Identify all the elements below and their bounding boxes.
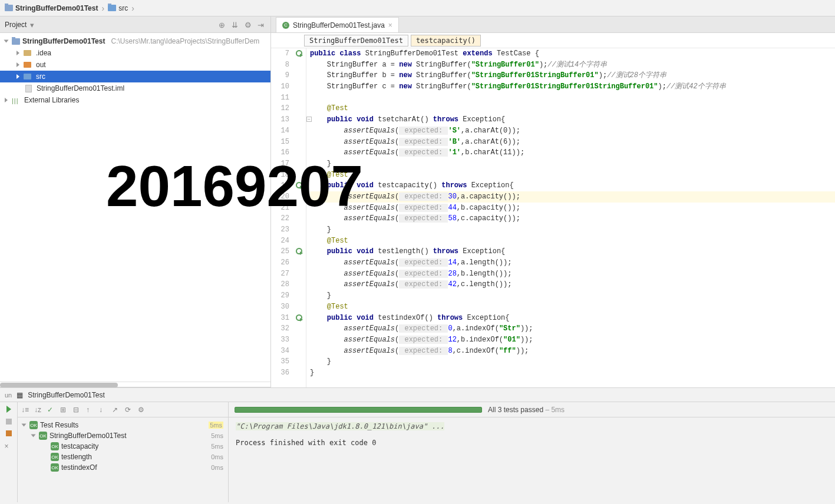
fold-icon[interactable]: − [306,117,312,122]
tree-node-src[interactable]: src [0,71,270,82]
breadcrumb-root-label: StringBufferDemo01Test [15,4,98,12]
ok-icon: OK [29,421,38,429]
expand-icon[interactable]: ⊞ [60,406,68,414]
folder-icon [24,62,31,68]
scrollbar-thumb[interactable] [0,383,118,387]
editor-tab[interactable]: C StringBufferDemo01Test.java × [276,17,399,32]
progress-text: All 3 tests passed – 5ms [488,406,565,414]
console-exit: Process finished with exit code 0 [236,439,828,447]
chevron-down-icon[interactable]: ▾ [30,21,38,29]
progress-track [235,407,482,413]
tree-root[interactable]: StringBufferDemo01Test C:\Users\Mr.tang\… [0,35,270,47]
down-icon[interactable]: ↓ [99,406,107,414]
pin-icon[interactable] [6,430,12,436]
collapse-icon[interactable]: ⇊ [232,21,240,29]
expand-icon[interactable] [31,435,36,437]
test-time: 5ms [211,443,223,450]
tree-node-external-libs[interactable]: External Libraries [0,94,270,106]
test-item[interactable]: OKtestindexOf 0ms [18,462,228,473]
test-progress-bar: All 3 tests passed – 5ms [229,402,835,417]
tree-root-name: StringBufferDemo01Test [22,37,105,45]
run-gutter-icon[interactable] [296,182,302,188]
code-area[interactable]: 7 89101112 13− 1415161718 19 2021222324 … [271,48,835,387]
breadcrumb-src[interactable]: src [108,4,128,12]
tree-node-iml[interactable]: StringBufferDemo01Test.iml [0,82,270,94]
tree-node-idea[interactable]: .idea [0,47,270,59]
test-item[interactable]: OKtestcapacity 5ms [18,441,228,452]
gear-icon[interactable]: ⚙ [245,21,253,29]
folder-icon [5,5,13,11]
run-gutter-icon[interactable] [296,248,302,254]
editor-breadcrumb: StringBufferDemo01Test testcapacity() [271,33,835,48]
expand-icon[interactable] [4,40,9,43]
expand-icon[interactable] [16,51,19,55]
run-gutter-icon[interactable] [296,50,302,57]
test-suite[interactable]: OKStringBufferDemo01Test 5ms [18,430,228,441]
editor: C StringBufferDemo01Test.java × StringBu… [271,16,835,387]
ok-icon: OK [51,453,59,461]
console-command: "C:\Program Files\Java\jdk1.8.0_121\bin\… [236,422,444,430]
code-lines[interactable]: public class StringBufferDemo01Test exte… [306,48,835,387]
tree-label: out [36,61,46,69]
filter-icon[interactable]: ↓z [34,406,42,414]
test-results-panel: ↓≡ ↓z ✓ ⊞ ⊟ ↑ ↓ ↗ ⟳ ⚙ OKTest Results 5ms… [18,402,229,502]
ok-icon: OK [51,442,59,450]
target-icon[interactable]: ⊕ [219,21,227,29]
folder-icon [24,74,31,79]
ok-icon: OK [51,463,59,472]
tree-root-path: C:\Users\Mr.tang\IdeaProjects\StringBuff… [111,37,259,45]
folder-icon [24,50,31,56]
run-tab-label[interactable]: StringBufferDemo01Test [28,391,105,399]
gear-icon[interactable]: ⚙ [138,406,146,414]
tree-label: External Libraries [24,96,79,104]
run-gutter-icon[interactable] [296,314,302,321]
folder-icon [108,5,116,11]
expand-icon[interactable] [16,62,19,67]
gutter: 7 89101112 13− 1415161718 19 2021222324 … [271,48,306,387]
up-icon[interactable]: ↑ [86,406,94,414]
tree-label: .idea [36,49,51,57]
library-icon [12,97,19,104]
breadcrumb-root[interactable]: StringBufferDemo01Test [5,4,98,12]
run-panel: un ▦ StringBufferDemo01Test × ↓≡ ↓z ✓ ⊞ … [0,387,835,502]
tab-label: StringBufferDemo01Test.java [293,21,385,29]
test-tree: OKTest Results 5ms OKStringBufferDemo01T… [18,417,228,502]
rerun-icon[interactable] [6,406,11,413]
collapse-icon[interactable]: ⊟ [73,406,81,414]
stop-icon[interactable] [6,419,12,425]
export-icon[interactable]: ↗ [112,406,120,414]
test-time: 5ms [211,432,223,439]
test-label: StringBufferDemo01Test [49,432,127,440]
close-icon[interactable]: × [388,21,392,29]
java-class-icon: C [282,22,289,29]
test-toolbar: ↓≡ ↓z ✓ ⊞ ⊟ ↑ ↓ ↗ ⟳ ⚙ [18,402,228,417]
expand-icon[interactable] [22,424,27,427]
editor-bc-class[interactable]: StringBufferDemo01Test [304,35,408,47]
chevron-right-icon: › [131,4,134,13]
hide-icon[interactable]: ⇥ [258,21,266,29]
console-output[interactable]: "C:\Program Files\Java\jdk1.8.0_121\bin\… [229,417,835,502]
file-icon [25,85,32,92]
test-root[interactable]: OKTest Results 5ms [18,420,228,430]
editor-tabs: C StringBufferDemo01Test.java × [271,16,835,33]
ok-filter-icon[interactable]: ✓ [47,406,55,414]
test-label: Test Results [40,421,78,429]
horizontal-scrollbar[interactable] [0,382,270,387]
close-icon[interactable]: × [5,442,13,450]
project-title: Project [5,21,27,29]
editor-bc-method[interactable]: testcapacity() [411,35,481,47]
test-time: 0ms [211,464,223,471]
ok-icon: OK [39,432,47,440]
console-panel: All 3 tests passed – 5ms "C:\Program Fil… [229,402,835,502]
breadcrumb-src-label: src [118,4,128,12]
tree-node-out[interactable]: out [0,59,270,71]
test-time: 5ms [209,422,223,429]
history-icon[interactable]: ⟳ [125,406,133,414]
project-sidebar: Project ▾ ⊕ ⇊ ⚙ ⇥ StringBufferDemo01Test… [0,16,271,387]
expand-icon[interactable] [5,98,8,102]
sort-icon[interactable]: ↓≡ [21,406,29,414]
test-item[interactable]: OKtestlength 0ms [18,452,228,462]
expand-icon[interactable] [16,74,19,79]
chevron-right-icon: › [101,4,104,13]
test-label: testlength [61,453,92,461]
